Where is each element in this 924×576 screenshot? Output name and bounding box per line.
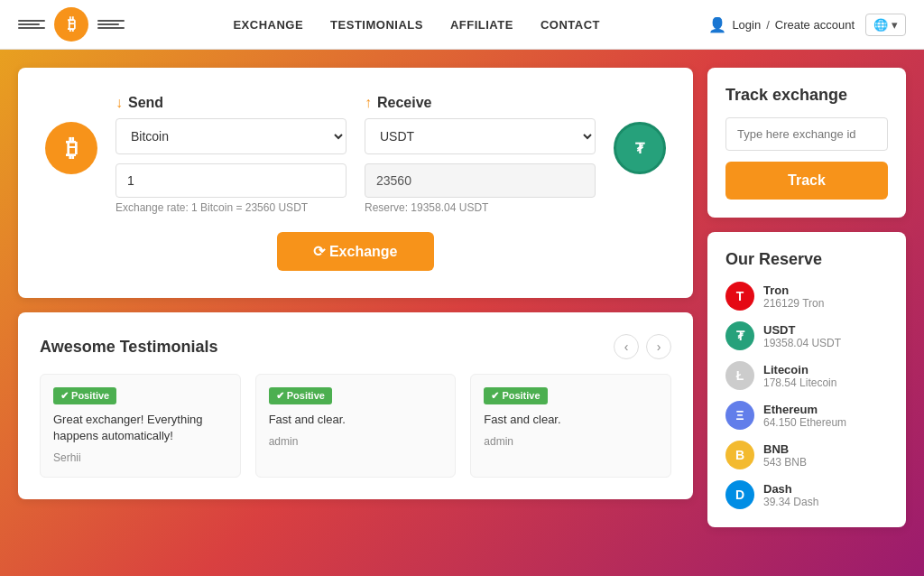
receive-amount-input xyxy=(365,163,596,198)
exchange-rate-text: Exchange rate: 1 Bitcoin = 23560 USDT xyxy=(116,201,346,214)
reserve-item-ethereum: Ξ Ethereum 64.150 Ethereum xyxy=(725,401,888,430)
hero-section: ₿ ↓ Send Bitcoin Ethereum Litecoin USDT xyxy=(0,50,924,576)
reserve-list: T Tron 216129 Tron ₮ USDT 19358.04 USDT … xyxy=(725,282,888,509)
tron-coin-icon: T xyxy=(725,282,754,311)
testimonials-grid: ✔ Positive Great exchanger! Everything h… xyxy=(40,374,671,478)
bitcoin-icon: ₿ xyxy=(45,122,97,174)
receive-currency-select[interactable]: USDT Bitcoin Ethereum Litecoin xyxy=(365,118,596,154)
receive-arrow-icon: ↑ xyxy=(365,95,372,111)
logo-line xyxy=(18,23,40,25)
exchange-button[interactable]: ⟳ Exchange xyxy=(277,232,433,271)
ethereum-coin-icon: Ξ xyxy=(725,401,754,430)
testimonial-text: Great exchanger! Everything happens auto… xyxy=(53,412,227,444)
testimonial-text: Fast and clear. xyxy=(484,412,658,428)
auth-section: 👤 Login / Create account xyxy=(708,16,855,33)
track-card: Track exchange Track xyxy=(707,68,906,218)
testimonial-author: Serhii xyxy=(53,451,227,464)
receive-field-group: ↑ Receive USDT Bitcoin Ethereum Litecoin… xyxy=(365,95,596,214)
litecoin-coin-icon: Ł xyxy=(725,361,754,390)
language-selector[interactable]: 🌐 ▾ xyxy=(865,14,906,36)
positive-badge: ✔ Positive xyxy=(484,387,547,404)
exchange-card: ₿ ↓ Send Bitcoin Ethereum Litecoin USDT xyxy=(18,68,693,298)
reserve-card: Our Reserve T Tron 216129 Tron ₮ USDT 19… xyxy=(707,232,906,527)
main-content: ₿ ↓ Send Bitcoin Ethereum Litecoin USDT xyxy=(18,68,693,499)
send-arrow-icon: ↓ xyxy=(116,95,123,111)
testimonial-item: ✔ Positive Great exchanger! Everything h… xyxy=(40,374,241,478)
reserve-coin-name: Dash xyxy=(763,482,888,496)
nav-exchange[interactable]: EXCHANGE xyxy=(233,18,303,32)
reserve-item-tron: T Tron 216129 Tron xyxy=(725,282,888,311)
usdt-coin-icon: ₮ xyxy=(725,321,754,350)
nav-testimonials[interactable]: TESTIMONIALS xyxy=(330,18,423,32)
testimonials-card: Awesome Testimonials ‹ › ✔ Positive Grea… xyxy=(18,312,693,499)
logo-line xyxy=(97,20,125,22)
track-title: Track exchange xyxy=(725,86,888,105)
logo[interactable]: ₿ xyxy=(18,7,125,42)
reserve-coin-amount: 39.34 Dash xyxy=(763,496,888,508)
positive-badge: ✔ Positive xyxy=(53,387,116,404)
nav-contact[interactable]: CONTACT xyxy=(541,18,600,32)
logo-icon: ₿ xyxy=(54,7,88,42)
logo-line xyxy=(97,27,125,29)
nav-affiliate[interactable]: AFFILIATE xyxy=(450,18,513,32)
reserve-item-dash: D Dash 39.34 Dash xyxy=(725,480,888,509)
sidebar: Track exchange Track Our Reserve T Tron … xyxy=(707,68,906,527)
logo-line xyxy=(97,23,119,25)
dash-coin-icon: D xyxy=(725,480,754,509)
send-field-group: ↓ Send Bitcoin Ethereum Litecoin USDT Ex… xyxy=(116,95,346,214)
reserve-item-usdt: ₮ USDT 19358.04 USDT xyxy=(725,321,888,350)
reserve-info: BNB 543 BNB xyxy=(763,442,888,469)
send-amount-input[interactable] xyxy=(116,163,346,198)
reserve-info: Tron 216129 Tron xyxy=(763,283,888,310)
exchange-fields: ↓ Send Bitcoin Ethereum Litecoin USDT Ex… xyxy=(116,95,596,214)
reserve-coin-name: Litecoin xyxy=(763,363,888,376)
send-label: ↓ Send xyxy=(116,95,346,111)
exchange-form-row: ₿ ↓ Send Bitcoin Ethereum Litecoin USDT xyxy=(45,95,666,214)
create-account-link[interactable]: Create account xyxy=(775,18,855,32)
testimonial-text: Fast and clear. xyxy=(269,412,443,428)
testimonials-header: Awesome Testimonials ‹ › xyxy=(40,334,671,359)
reserve-coin-amount: 216129 Tron xyxy=(763,297,888,310)
receive-label: ↑ Receive xyxy=(365,95,596,111)
bnb-coin-icon: B xyxy=(725,441,754,469)
reserve-coin-name: Ethereum xyxy=(763,403,888,416)
reserve-info: Litecoin 178.54 Litecoin xyxy=(763,363,888,389)
testimonial-author: admin xyxy=(269,435,443,448)
testimonials-next-button[interactable]: › xyxy=(646,334,671,359)
reserve-coin-amount: 64.150 Ethereum xyxy=(763,416,888,429)
testimonials-prev-button[interactable]: ‹ xyxy=(614,334,639,359)
reserve-item-litecoin: Ł Litecoin 178.54 Litecoin xyxy=(725,361,888,390)
user-icon: 👤 xyxy=(708,16,726,33)
reserve-coin-name: Tron xyxy=(763,283,888,297)
reserve-coin-name: USDT xyxy=(763,323,888,337)
track-exchange-input[interactable] xyxy=(725,117,888,151)
reserve-info: Ethereum 64.150 Ethereum xyxy=(763,403,888,429)
login-link[interactable]: Login xyxy=(732,18,761,32)
reserve-item-bnb: B BNB 543 BNB xyxy=(725,441,888,469)
globe-icon: 🌐 xyxy=(873,18,888,32)
testimonial-author: admin xyxy=(484,435,658,448)
reserve-text: Reserve: 19358.04 USDT xyxy=(365,201,596,214)
usdt-icon: ₮ xyxy=(614,122,666,174)
header: ₿ EXCHANGE TESTIMONIALS AFFILIATE CONTAC… xyxy=(0,0,924,50)
testimonial-item: ✔ Positive Fast and clear. admin xyxy=(255,374,457,478)
reserve-title: Our Reserve xyxy=(725,250,888,269)
reserve-info: USDT 19358.04 USDT xyxy=(763,323,888,349)
track-button[interactable]: Track xyxy=(725,162,888,200)
positive-badge: ✔ Positive xyxy=(269,387,332,404)
logo-line xyxy=(18,27,45,29)
chevron-down-icon: ▾ xyxy=(892,18,898,32)
reserve-coin-name: BNB xyxy=(763,442,888,456)
header-right: 👤 Login / Create account 🌐 ▾ xyxy=(708,14,906,36)
auth-separator: / xyxy=(766,18,770,32)
testimonials-title: Awesome Testimonials xyxy=(40,338,217,357)
exchange-btn-row: ⟳ Exchange xyxy=(45,232,666,271)
main-nav: EXCHANGE TESTIMONIALS AFFILIATE CONTACT xyxy=(233,18,600,32)
reserve-coin-amount: 19358.04 USDT xyxy=(763,337,888,349)
reserve-coin-amount: 543 BNB xyxy=(763,456,888,469)
reserve-info: Dash 39.34 Dash xyxy=(763,482,888,508)
testimonials-nav: ‹ › xyxy=(614,334,671,359)
reserve-coin-amount: 178.54 Litecoin xyxy=(763,376,888,389)
send-currency-select[interactable]: Bitcoin Ethereum Litecoin USDT xyxy=(116,118,346,154)
logo-line xyxy=(18,20,45,22)
